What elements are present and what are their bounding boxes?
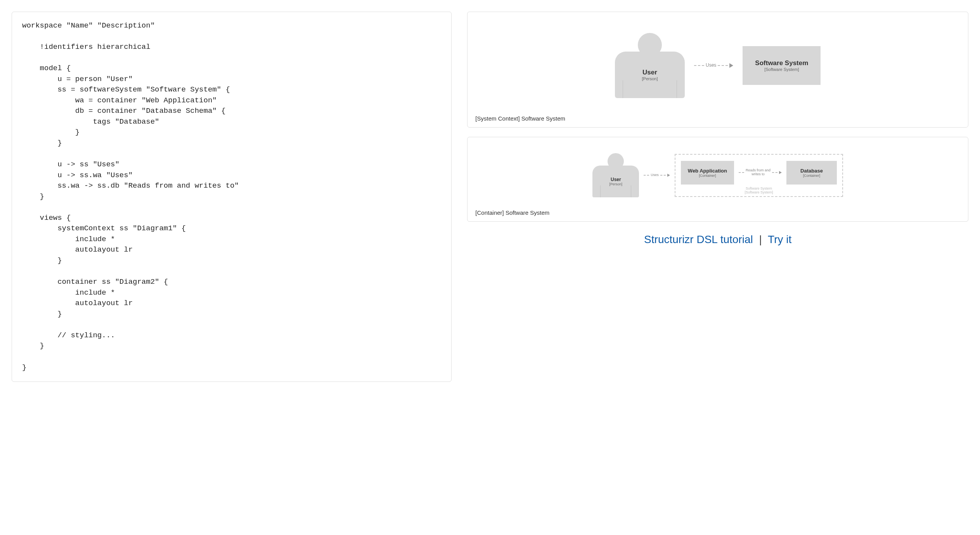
arrowhead-icon xyxy=(667,174,670,177)
box-title: Web Application xyxy=(688,168,727,174)
link-separator: | xyxy=(759,233,762,245)
arrowhead-icon xyxy=(729,63,733,68)
relationship-uses: Uses xyxy=(694,63,733,68)
software-system-boundary: Web Application [Container] Reads from a… xyxy=(675,154,843,197)
box-subtitle: [Software System] xyxy=(764,67,799,72)
software-system-box: Software System [Software System] xyxy=(743,46,821,85)
relationship-uses: Uses xyxy=(644,173,670,177)
person-title: User xyxy=(611,177,621,182)
box-subtitle: [Container] xyxy=(803,174,820,178)
box-title: Software System xyxy=(755,59,808,67)
try-it-link[interactable]: Try it xyxy=(768,233,791,245)
person-title: User xyxy=(642,69,657,76)
dsl-code-block: workspace "Name" "Description" !identifi… xyxy=(12,12,452,382)
dsl-tutorial-link[interactable]: Structurizr DSL tutorial xyxy=(644,233,753,245)
box-title: Database xyxy=(800,168,823,174)
person-subtitle: [Person] xyxy=(642,76,658,81)
diagram-caption: [Container] Software System xyxy=(475,209,960,216)
database-box: Database [Container] xyxy=(786,161,837,185)
relationship-reads-writes: Reads from and writes to xyxy=(739,169,782,176)
person-user: User [Person] xyxy=(615,33,685,98)
footer-links: Structurizr DSL tutorial | Try it xyxy=(467,233,968,246)
diagram-caption: [System Context] Software System xyxy=(475,115,960,122)
boundary-label: Software System [Software System] xyxy=(745,187,773,195)
arrowhead-icon xyxy=(779,171,782,174)
person-user: User [Person] xyxy=(592,153,639,197)
person-subtitle: [Person] xyxy=(609,182,623,186)
system-context-diagram: User [Person] Uses Software System [Soft… xyxy=(467,12,968,128)
box-subtitle: [Container] xyxy=(699,174,716,178)
container-diagram: User [Person] Uses Web Application [Cont… xyxy=(467,137,968,222)
web-application-box: Web Application [Container] xyxy=(681,161,734,185)
